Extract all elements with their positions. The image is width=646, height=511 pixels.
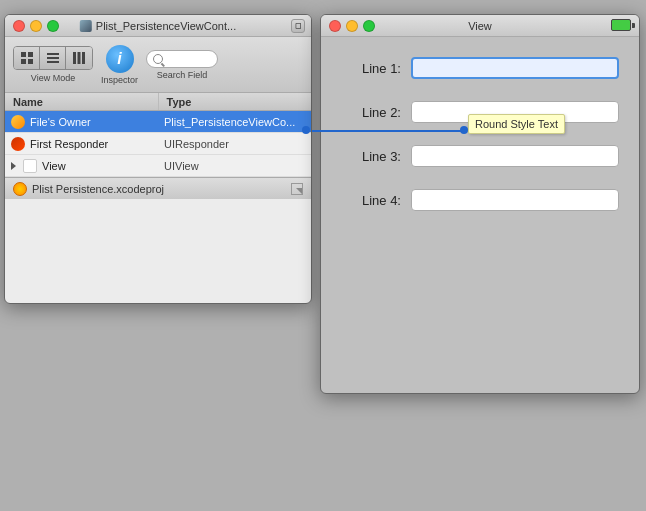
connection-line [312,130,467,132]
row-type-firstresponder: UIResponder [158,138,311,150]
connection-start-dot [302,126,310,134]
inspector-button[interactable]: i Inspector [101,45,138,85]
scroll-indicator [291,183,303,195]
form-label-1: Line 1: [341,61,401,76]
form-label-3: Line 3: [341,149,401,164]
view-maximize-button[interactable] [363,20,375,32]
row-type-view: UIView [158,160,311,172]
xcode-file-icon [80,20,92,32]
col-type-header: Type [159,93,312,110]
svg-rect-3 [28,59,33,64]
svg-rect-1 [28,52,33,57]
object-list: Name Type File's Owner Plist_Persistence… [5,93,311,177]
row-name-view: View [5,159,158,173]
svg-rect-8 [78,52,81,64]
minimize-button[interactable] [30,20,42,32]
form-row-1: Line 1: [341,57,619,79]
filesowner-icon [11,115,25,129]
list-row[interactable]: File's Owner Plist_PersistenceViewCo... [5,111,311,133]
view-window: View Line 1: Line 2: Line 3: Line 4: [320,14,640,394]
svg-rect-5 [47,57,59,59]
row-name-filesowner: File's Owner [5,115,158,129]
view-close-button[interactable] [329,20,341,32]
search-icon [153,54,163,64]
close-button[interactable] [13,20,25,32]
search-field[interactable] [146,50,218,68]
xcode-toolbar: View Mode i Inspector Search Field [5,37,311,93]
view-minimize-button[interactable] [346,20,358,32]
disclosure-triangle [11,162,16,170]
view-titlebar: View [321,15,639,37]
form-row-3: Line 3: [341,145,619,167]
traffic-lights [13,20,59,32]
form-row-4: Line 4: [341,189,619,211]
svg-rect-4 [47,53,59,55]
resize-button[interactable]: ◻ [291,19,305,33]
project-label: Plist Persistence.xcodeproj [32,183,164,195]
view-mode-btn-grid[interactable] [14,47,40,69]
list-row[interactable]: View UIView [5,155,311,177]
connection-end-dot [460,126,468,134]
col-name-header: Name [5,93,159,110]
view-mode-btn-list[interactable] [40,47,66,69]
list-header: Name Type [5,93,311,111]
form-input-3[interactable] [411,145,619,167]
view-traffic-lights [329,20,375,32]
form-label-2: Line 2: [341,105,401,120]
battery-icon [611,19,631,31]
view-window-title: View [468,20,492,32]
svg-rect-0 [21,52,26,57]
form-label-4: Line 4: [341,193,401,208]
desktop: Plist_PersistenceViewCont... ◻ Vi [0,0,646,511]
maximize-button[interactable] [47,20,59,32]
search-field-label: Search Field [157,70,208,80]
row-name-firstresponder: First Responder [5,137,158,151]
svg-rect-7 [73,52,76,64]
xcode-window-title: Plist_PersistenceViewCont... [80,20,236,32]
search-field-container: Search Field [146,50,218,80]
view-mode-label: View Mode [31,73,75,83]
view-mode-btn-column[interactable] [66,47,92,69]
form-input-1[interactable] [411,57,619,79]
view-mode-section: View Mode [13,46,93,83]
tooltip: Round Style Text [468,114,565,134]
project-icon [13,182,27,196]
view-icon [23,159,37,173]
svg-rect-9 [82,52,85,64]
xcode-window: Plist_PersistenceViewCont... ◻ Vi [4,14,312,304]
inspector-icon: i [106,45,134,73]
row-type-filesowner: Plist_PersistenceViewCo... [158,116,311,128]
list-row[interactable]: First Responder UIResponder [5,133,311,155]
form-input-4[interactable] [411,189,619,211]
view-mode-buttons [13,46,93,70]
inspector-label: Inspector [101,75,138,85]
view-body: Line 1: Line 2: Line 3: Line 4: [321,37,639,253]
xcode-titlebar: Plist_PersistenceViewCont... ◻ [5,15,311,37]
svg-rect-6 [47,61,59,63]
svg-rect-2 [21,59,26,64]
xcode-bottom-bar: Plist Persistence.xcodeproj [5,177,311,199]
firstresponder-icon [11,137,25,151]
